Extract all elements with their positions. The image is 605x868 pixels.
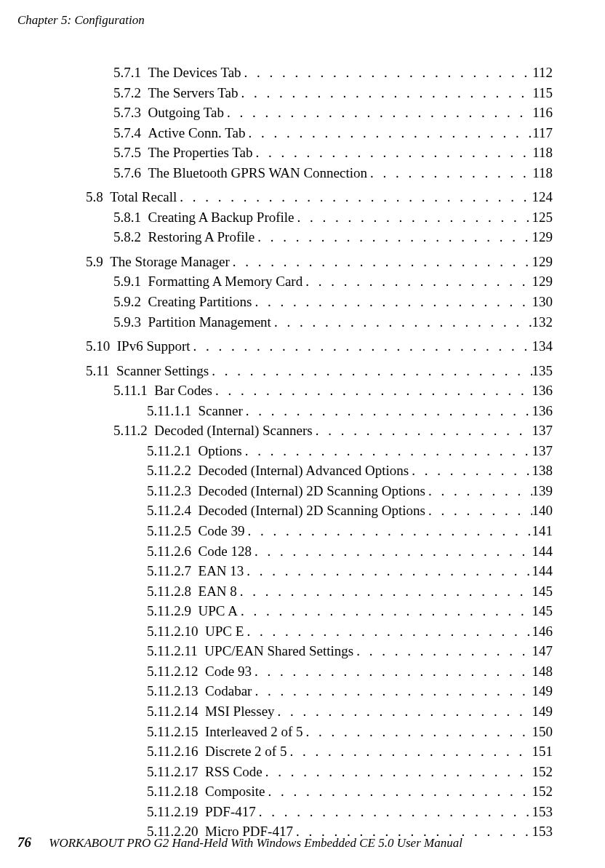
- toc-number: 5.11.2.10: [147, 621, 199, 642]
- toc-page-number: 139: [532, 481, 553, 501]
- toc-separator: [198, 641, 205, 661]
- toc-separator: [103, 252, 111, 272]
- toc-title: UPC E: [205, 621, 244, 642]
- toc-leader-dots: [275, 701, 532, 722]
- toc-number: 5.11.2.3: [147, 481, 191, 501]
- toc-separator: [141, 123, 148, 143]
- toc-entry: 5.7.3 Outgoing Tab116: [86, 103, 553, 123]
- toc-leader-dots: [212, 381, 532, 401]
- toc-entry: 5.11.2.15 Interleaved 2 of 5150: [86, 722, 553, 742]
- toc-page-number: 136: [532, 401, 553, 421]
- toc-page-number: 140: [532, 501, 553, 521]
- toc-separator: [199, 661, 206, 682]
- toc-number: 5.11.2.9: [147, 601, 191, 621]
- toc-entry: 5.11.2.9 UPC A145: [86, 601, 553, 621]
- toc-entry: 5.9.3 Partition Management132: [86, 312, 553, 333]
- toc-number: 5.9.1: [113, 271, 141, 292]
- toc-leader-dots: [353, 641, 532, 661]
- toc-title: EAN 13: [199, 561, 244, 581]
- toc-number: 5.11.2.8: [147, 581, 191, 602]
- toc-title: Restoring A Profile: [148, 227, 255, 247]
- toc-page-number: 146: [532, 621, 553, 642]
- toc-page-number: 129: [532, 271, 553, 292]
- toc-number: 5.11.1.1: [147, 401, 191, 421]
- toc-entry: 5.11.2.14 MSI Plessey149: [86, 701, 553, 722]
- toc-number: 5.11.2.11: [147, 641, 198, 661]
- toc-entry: 5.11.2.7 EAN 13144: [86, 561, 553, 581]
- toc-page-number: 149: [532, 681, 553, 701]
- toc-separator: [199, 722, 206, 742]
- toc-entry: 5.8.1 Creating A Backup Profile125: [86, 207, 553, 228]
- toc-entry: 5.11.2.11 UPC/EAN Shared Settings147: [86, 641, 553, 661]
- toc-leader-dots: [224, 103, 532, 123]
- toc-separator: [191, 581, 199, 602]
- toc-entry: 5.7.6 The Bluetooth GPRS WAN Connection1…: [86, 163, 553, 183]
- toc-entry: 5.11.2.3 Decoded (Internal) 2D Scanning …: [86, 481, 553, 501]
- toc-leader-dots: [271, 312, 532, 333]
- toc-leader-dots: [243, 401, 532, 421]
- toc-entry: 5.11.2.10 UPC E146: [86, 621, 553, 642]
- toc-title: Code 39: [199, 521, 245, 541]
- toc-leader-dots: [252, 292, 532, 312]
- toc-title: UPC A: [199, 601, 238, 621]
- toc-leader-dots: [265, 781, 532, 802]
- toc-separator: [191, 541, 199, 562]
- toc-title: Decoded (Internal) 2D Scanning Options: [199, 501, 425, 521]
- toc-entry: 5.11.2.5 Code 39141: [86, 521, 553, 541]
- toc-number: 5.11.2.18: [147, 781, 199, 802]
- toc-number: 5.8: [86, 187, 103, 207]
- toc-separator: [141, 83, 148, 103]
- toc-number: 5.11.2.13: [147, 681, 199, 701]
- toc-separator: [110, 361, 117, 381]
- toc-separator: [141, 292, 148, 312]
- toc-entry: 5.11.2.6 Code 128144: [86, 541, 553, 562]
- toc-leader-dots: [255, 227, 532, 247]
- toc-title: The Bluetooth GPRS WAN Connection: [148, 163, 368, 183]
- toc-title: Total Recall: [110, 187, 177, 207]
- toc-page-number: 124: [532, 187, 553, 207]
- toc-page-number: 151: [532, 741, 553, 762]
- table-of-contents: 5.7.1 The Devices Tab1125.7.2 The Server…: [86, 63, 553, 842]
- toc-title: EAN 8: [199, 581, 237, 602]
- toc-leader-dots: [242, 441, 532, 461]
- toc-entry: 5.11.2.1 Options137: [86, 441, 553, 461]
- toc-page-number: 137: [532, 421, 553, 441]
- toc-number: 5.11.2.6: [147, 541, 191, 562]
- toc-entry: 5.9.2 Creating Partitions130: [86, 292, 553, 312]
- toc-number: 5.11.2.2: [147, 461, 191, 481]
- toc-title: Scanner Settings: [116, 361, 209, 381]
- toc-separator: [191, 461, 199, 481]
- toc-number: 5.7.5: [113, 143, 141, 163]
- toc-entry: 5.11.2 Decoded (Internal) Scanners137: [86, 421, 553, 441]
- toc-separator: [199, 741, 206, 762]
- toc-leader-dots: [313, 421, 532, 441]
- toc-number: 5.7.3: [113, 103, 141, 123]
- toc-entry: 5.11.2.2 Decoded (Internal) Advanced Opt…: [86, 461, 553, 481]
- toc-leader-dots: [425, 501, 532, 521]
- toc-page-number: 136: [532, 381, 553, 401]
- toc-separator: [148, 421, 155, 441]
- toc-leader-dots: [367, 163, 532, 183]
- toc-title: Codabar: [205, 681, 252, 701]
- toc-title: Interleaved 2 of 5: [205, 722, 303, 742]
- toc-page-number: 112: [532, 63, 553, 83]
- toc-page-number: 153: [532, 802, 553, 822]
- toc-leader-dots: [252, 661, 532, 682]
- toc-separator: [141, 63, 148, 83]
- toc-separator: [141, 312, 148, 333]
- toc-separator: [141, 227, 148, 247]
- toc-number: 5.11.2.1: [147, 441, 191, 461]
- toc-separator: [148, 381, 155, 401]
- toc-number: 5.7.6: [113, 163, 141, 183]
- toc-separator: [199, 621, 206, 642]
- toc-page-number: 147: [532, 641, 553, 661]
- toc-title: The Servers Tab: [148, 83, 239, 103]
- toc-title: UPC/EAN Shared Settings: [204, 641, 353, 661]
- toc-entry: 5.11.1.1 Scanner136: [86, 401, 553, 421]
- toc-separator: [191, 481, 199, 501]
- toc-entry: 5.10 IPv6 Support134: [86, 336, 553, 357]
- toc-page-number: 118: [532, 143, 553, 163]
- toc-entry: 5.8 Total Recall124: [86, 187, 553, 207]
- toc-leader-dots: [238, 83, 532, 103]
- toc-separator: [191, 401, 199, 421]
